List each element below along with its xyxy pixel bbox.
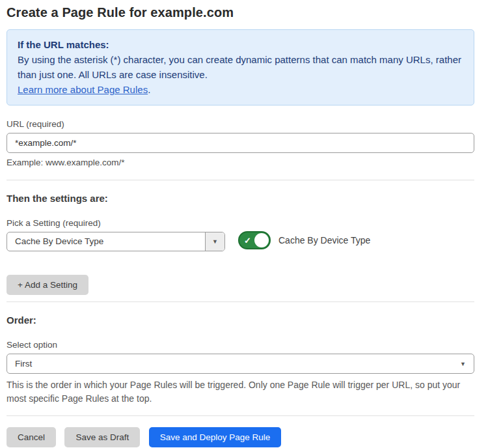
- cache-by-device-type-toggle[interactable]: ✓: [238, 231, 271, 249]
- url-input[interactable]: [7, 133, 474, 153]
- link-suffix: .: [148, 84, 150, 95]
- order-select-label: Select option: [7, 340, 474, 350]
- save-and-deploy-button[interactable]: Save and Deploy Page Rule: [149, 427, 282, 447]
- save-as-draft-button[interactable]: Save as Draft: [64, 427, 140, 447]
- order-helper-text: This is the order in which your Page Rul…: [7, 378, 474, 406]
- page-rule-form: Create a Page Rule for example.com If th…: [0, 0, 488, 447]
- url-field-label: URL (required): [7, 119, 474, 129]
- info-box-body: By using the asterisk (*) character, you…: [18, 52, 463, 82]
- divider: [7, 415, 474, 416]
- order-select-value: First: [7, 354, 474, 373]
- toggle-knob: [254, 233, 269, 247]
- cancel-button[interactable]: Cancel: [7, 427, 56, 447]
- setting-select[interactable]: Cache By Device Type ▼: [7, 232, 225, 251]
- add-setting-button[interactable]: + Add a Setting: [7, 275, 88, 295]
- chevron-down-icon: ▼: [460, 361, 466, 367]
- settings-section-heading: Then the settings are:: [7, 193, 474, 204]
- setting-picker-label: Pick a Setting (required): [7, 218, 225, 228]
- divider: [7, 301, 474, 302]
- info-box-heading: If the URL matches:: [18, 37, 463, 52]
- toggle-group: ✓ Cache By Device Type: [238, 231, 370, 249]
- setting-select-value: Cache By Device Type: [7, 232, 205, 251]
- toggle-label: Cache By Device Type: [278, 235, 370, 245]
- check-icon: ✓: [244, 236, 251, 245]
- setting-picker-column: Pick a Setting (required) Cache By Devic…: [7, 218, 225, 251]
- learn-more-link[interactable]: Learn more about Page Rules: [18, 84, 148, 95]
- page-title: Create a Page Rule for example.com: [7, 5, 474, 20]
- url-example-helper: Example: www.example.com/*: [7, 158, 474, 167]
- setting-row: Pick a Setting (required) Cache By Devic…: [7, 218, 474, 251]
- info-box-link-line: Learn more about Page Rules.: [18, 82, 463, 97]
- order-section-heading: Order:: [7, 315, 474, 326]
- chevron-down-icon[interactable]: ▼: [205, 232, 224, 251]
- footer-actions: Cancel Save as Draft Save and Deploy Pag…: [7, 427, 474, 447]
- order-select[interactable]: First ▼: [7, 354, 474, 374]
- url-match-info-box: If the URL matches: By using the asteris…: [7, 29, 474, 105]
- divider: [7, 180, 474, 180]
